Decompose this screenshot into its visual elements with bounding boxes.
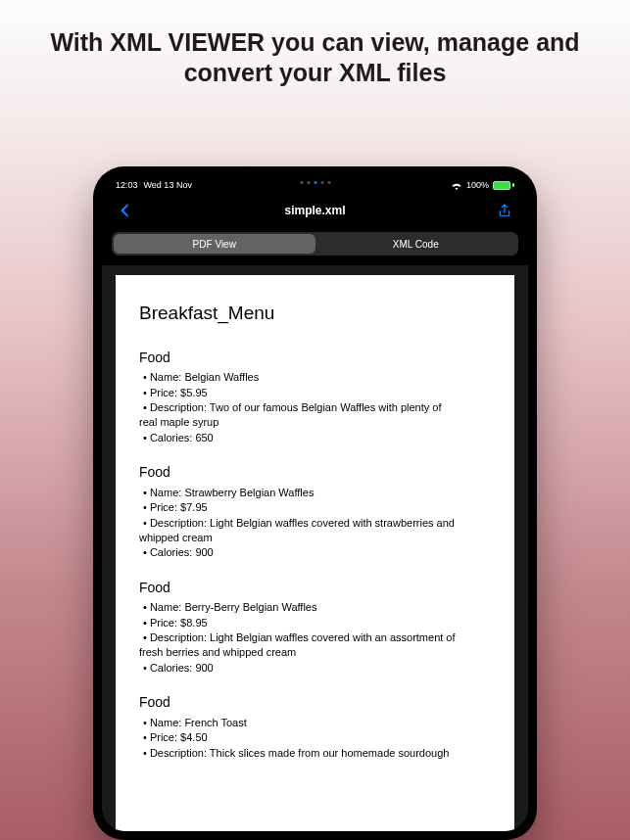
document-viewport[interactable]: Breakfast_Menu Food Name: Belgian Waffle… — [102, 265, 528, 831]
food-name: Name: Belgian Waffles — [139, 370, 491, 385]
food-price: Price: $5.95 — [139, 386, 491, 400]
back-button[interactable] — [114, 203, 137, 218]
food-desc: Description: Light Belgian waffles cover… — [139, 516, 491, 531]
food-heading: Food — [139, 463, 491, 483]
food-name: Name: Berry-Berry Belgian Waffles — [139, 600, 491, 615]
status-date: Wed 13 Nov — [144, 180, 192, 190]
file-title: simple.xml — [137, 204, 493, 217]
status-time: 12:03 — [116, 180, 138, 190]
food-desc: Description: Thick slices made from our … — [139, 746, 491, 761]
food-desc: Description: Two of our famous Belgian W… — [139, 400, 491, 415]
food-price: Price: $7.95 — [139, 500, 491, 515]
food-desc: Description: Light Belgian waffles cover… — [139, 630, 491, 645]
food-heading: Food — [139, 579, 491, 598]
food-block: Food Name: French Toast Price: $4.50 Des… — [139, 693, 491, 761]
food-price: Price: $4.50 — [139, 730, 491, 745]
food-calories: Calories: 900 — [139, 661, 491, 676]
tablet-frame: 12:03 Wed 13 Nov 100% simple.xml — [93, 166, 537, 840]
food-block: Food Name: Belgian Waffles Price: $5.95 … — [139, 349, 491, 446]
nav-bar: simple.xml — [102, 195, 528, 226]
food-calories: Calories: 650 — [139, 431, 491, 445]
doc-title: Breakfast_Menu — [139, 301, 491, 327]
battery-percent: 100% — [466, 180, 489, 190]
food-block: Food Name: Berry-Berry Belgian Waffles P… — [139, 579, 491, 677]
marketing-headline: With XML VIEWER you can view, manage and… — [0, 0, 630, 89]
view-mode-segment: PDF View XML Code — [102, 226, 528, 265]
food-heading: Food — [139, 349, 491, 368]
battery-icon — [493, 181, 514, 190]
food-desc-cont: real maple syrup — [139, 415, 491, 430]
food-desc-cont: fresh berries and whipped cream — [139, 645, 491, 660]
food-name: Name: French Toast — [139, 716, 491, 730]
status-bar: 12:03 Wed 13 Nov 100% — [102, 175, 528, 195]
share-button[interactable] — [493, 203, 516, 218]
document-page: Breakfast_Menu Food Name: Belgian Waffle… — [116, 275, 514, 831]
tab-pdf-view[interactable]: PDF View — [114, 234, 315, 254]
food-calories: Calories: 900 — [139, 545, 491, 560]
food-price: Price: $8.95 — [139, 616, 491, 630]
tab-xml-code[interactable]: XML Code — [315, 234, 517, 254]
food-name: Name: Strawberry Belgian Waffles — [139, 486, 491, 500]
multitask-dots — [300, 181, 330, 184]
food-desc-cont: whipped cream — [139, 531, 491, 545]
food-block: Food Name: Strawberry Belgian Waffles Pr… — [139, 463, 491, 561]
food-heading: Food — [139, 693, 491, 713]
tablet-screen: 12:03 Wed 13 Nov 100% simple.xml — [102, 175, 528, 831]
wifi-icon — [451, 181, 462, 190]
